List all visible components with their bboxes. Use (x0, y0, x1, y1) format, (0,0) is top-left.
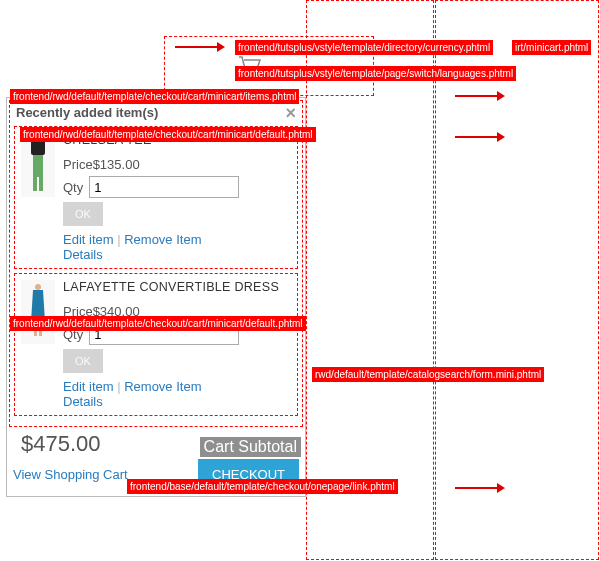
svg-rect-6 (39, 177, 43, 191)
hint-languages: frontend/tutsplus/vstyle/template/page/s… (235, 66, 516, 81)
hint-minicart-default-2: frontend/rwd/default/template/checkout/c… (10, 316, 306, 331)
svg-rect-5 (33, 177, 37, 191)
remove-item-link[interactable]: Remove Item (124, 379, 201, 394)
details-link[interactable]: Details (63, 394, 103, 409)
view-cart-link[interactable]: View Shopping Cart (13, 467, 128, 482)
hint-onepage-link: frontend/base/default/template/checkout/… (127, 479, 398, 494)
edit-item-link[interactable]: Edit item (63, 232, 114, 247)
edit-item-link[interactable]: Edit item (63, 379, 114, 394)
ok-button[interactable]: OK (63, 349, 103, 373)
qty-input[interactable] (89, 176, 239, 198)
product-price: Price$135.00 (63, 157, 291, 172)
cart-subtotal-label: Cart Subtotal (200, 437, 301, 457)
close-icon[interactable]: × (285, 106, 296, 120)
hint-minicart-items: frontend/rwd/default/template/checkout/c… (10, 89, 299, 104)
ok-button[interactable]: OK (63, 202, 103, 226)
product-thumbnail[interactable] (21, 133, 55, 197)
hint-currency: frontend/tutsplus/vstyle/template/direct… (235, 40, 493, 55)
product-thumbnail[interactable] (21, 280, 55, 344)
svg-point-7 (35, 284, 41, 290)
qty-label: Qty (63, 180, 83, 195)
minicart-title: Recently added item(s) (16, 105, 158, 120)
product-name[interactable]: LAFAYETTE CONVERTIBLE DRESS (63, 280, 291, 294)
remove-item-link[interactable]: Remove Item (124, 232, 201, 247)
minicart-item: LAFAYETTE CONVERTIBLE DRESS Price$340.00… (14, 273, 298, 416)
minicart: Recently added item(s) × CHELSEA TEE (6, 97, 306, 497)
hint-currency-right: irt/minicart.phtml (512, 40, 591, 55)
svg-rect-4 (33, 155, 43, 177)
minicart-item: CHELSEA TEE Price$135.00 Qty OK Edit ite… (14, 126, 298, 269)
hint-minicart-default-1: frontend/rwd/default/template/checkout/c… (20, 127, 316, 142)
cart-subtotal-amount: $475.00 (21, 431, 101, 457)
details-link[interactable]: Details (63, 247, 103, 262)
hint-search-form: rwd/default/template/catalogsearch/form.… (312, 367, 544, 382)
